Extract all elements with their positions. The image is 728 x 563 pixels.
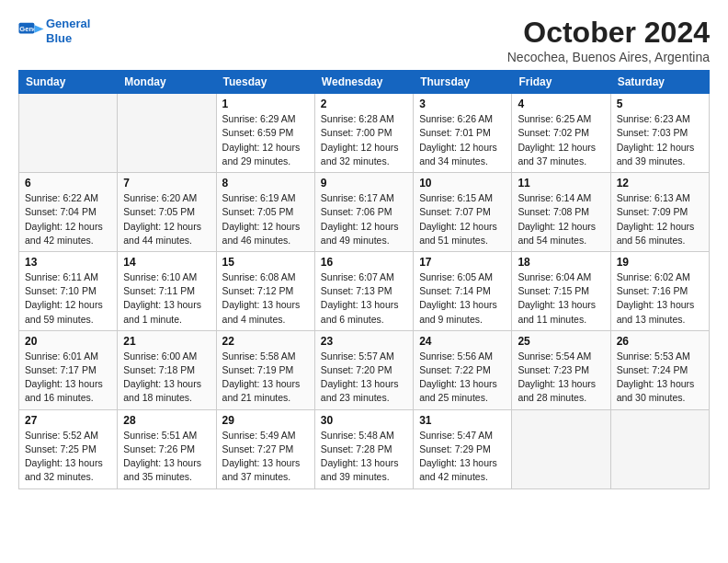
calendar-cell: 13Sunrise: 6:11 AMSunset: 7:10 PMDayligh…: [19, 251, 118, 330]
day-number: 26: [617, 335, 703, 348]
day-number: 3: [419, 98, 506, 110]
calendar-cell: 18Sunrise: 6:04 AMSunset: 7:15 PMDayligh…: [512, 251, 610, 330]
calendar-cell: 1Sunrise: 6:29 AMSunset: 6:59 PMDaylight…: [216, 94, 314, 173]
calendar-cell: 5Sunrise: 6:23 AMSunset: 7:03 PMDaylight…: [610, 94, 709, 173]
weekday-header: Thursday: [414, 71, 512, 94]
weekday-header: Wednesday: [314, 71, 413, 94]
day-number: 10: [419, 177, 506, 190]
day-number: 22: [222, 335, 309, 348]
day-info: Sunrise: 6:20 AMSunset: 7:05 PMDaylight:…: [123, 191, 210, 247]
day-info: Sunrise: 6:19 AMSunset: 7:05 PMDaylight:…: [222, 191, 309, 247]
calendar-cell: 12Sunrise: 6:13 AMSunset: 7:09 PMDayligh…: [610, 173, 709, 252]
calendar-cell: [19, 94, 118, 173]
day-info: Sunrise: 5:51 AMSunset: 7:26 PMDaylight:…: [123, 429, 210, 485]
month-title: October 2024: [507, 17, 710, 49]
calendar-cell: 27Sunrise: 5:52 AMSunset: 7:25 PMDayligh…: [19, 409, 118, 488]
day-info: Sunrise: 5:49 AMSunset: 7:27 PMDaylight:…: [222, 429, 309, 485]
calendar-cell: 6Sunrise: 6:22 AMSunset: 7:04 PMDaylight…: [19, 173, 118, 252]
day-number: 12: [617, 177, 703, 190]
day-info: Sunrise: 5:57 AMSunset: 7:20 PMDaylight:…: [321, 350, 407, 406]
calendar-cell: 31Sunrise: 5:47 AMSunset: 7:29 PMDayligh…: [414, 409, 512, 488]
day-info: Sunrise: 6:11 AMSunset: 7:10 PMDaylight:…: [25, 270, 111, 327]
calendar-cell: 16Sunrise: 6:07 AMSunset: 7:13 PMDayligh…: [314, 251, 413, 330]
day-info: Sunrise: 6:08 AMSunset: 7:12 PMDaylight:…: [222, 270, 309, 327]
day-info: Sunrise: 6:15 AMSunset: 7:07 PMDaylight:…: [419, 191, 506, 247]
calendar-cell: 3Sunrise: 6:26 AMSunset: 7:01 PMDaylight…: [414, 94, 512, 173]
calendar-cell: 23Sunrise: 5:57 AMSunset: 7:20 PMDayligh…: [314, 330, 413, 409]
day-info: Sunrise: 5:53 AMSunset: 7:24 PMDaylight:…: [617, 350, 703, 406]
day-number: 31: [419, 414, 506, 427]
day-info: Sunrise: 6:28 AMSunset: 7:00 PMDaylight:…: [321, 112, 407, 168]
day-number: 16: [321, 256, 407, 269]
day-number: 18: [518, 256, 604, 269]
day-number: 24: [419, 335, 506, 348]
logo-line2: Blue: [46, 31, 72, 45]
calendar-cell: 10Sunrise: 6:15 AMSunset: 7:07 PMDayligh…: [414, 173, 512, 252]
day-info: Sunrise: 5:56 AMSunset: 7:22 PMDaylight:…: [419, 350, 506, 406]
day-number: 27: [25, 414, 111, 427]
calendar-week-row: 20Sunrise: 6:01 AMSunset: 7:17 PMDayligh…: [19, 330, 710, 409]
day-number: 4: [518, 98, 604, 110]
logo-text: General Blue: [46, 17, 90, 45]
day-info: Sunrise: 6:13 AMSunset: 7:09 PMDaylight:…: [617, 191, 703, 247]
weekday-header: Tuesday: [216, 71, 314, 94]
header: General General Blue October 2024 Necoch…: [18, 17, 710, 64]
calendar-cell: 19Sunrise: 6:02 AMSunset: 7:16 PMDayligh…: [610, 251, 709, 330]
day-number: 14: [123, 256, 210, 269]
location: Necochea, Buenos Aires, Argentina: [507, 50, 710, 64]
day-info: Sunrise: 5:47 AMSunset: 7:29 PMDaylight:…: [419, 429, 506, 485]
calendar-cell: 2Sunrise: 6:28 AMSunset: 7:00 PMDaylight…: [314, 94, 413, 173]
day-info: Sunrise: 6:02 AMSunset: 7:16 PMDaylight:…: [617, 270, 703, 327]
weekday-header: Monday: [118, 71, 216, 94]
calendar-cell: 26Sunrise: 5:53 AMSunset: 7:24 PMDayligh…: [610, 330, 709, 409]
day-info: Sunrise: 6:22 AMSunset: 7:04 PMDaylight:…: [25, 191, 111, 247]
day-info: Sunrise: 6:01 AMSunset: 7:17 PMDaylight:…: [25, 350, 111, 406]
day-number: 17: [419, 256, 506, 269]
day-info: Sunrise: 6:14 AMSunset: 7:08 PMDaylight:…: [518, 191, 604, 247]
day-number: 30: [321, 414, 407, 427]
day-number: 8: [222, 177, 309, 190]
day-info: Sunrise: 6:05 AMSunset: 7:14 PMDaylight:…: [419, 270, 506, 327]
day-number: 6: [25, 177, 111, 190]
calendar-cell: 29Sunrise: 5:49 AMSunset: 7:27 PMDayligh…: [216, 409, 314, 488]
day-number: 25: [518, 335, 604, 348]
calendar-cell: 8Sunrise: 6:19 AMSunset: 7:05 PMDaylight…: [216, 173, 314, 252]
day-number: 15: [222, 256, 309, 269]
calendar-cell: 22Sunrise: 5:58 AMSunset: 7:19 PMDayligh…: [216, 330, 314, 409]
calendar-week-row: 27Sunrise: 5:52 AMSunset: 7:25 PMDayligh…: [19, 409, 710, 488]
calendar: SundayMondayTuesdayWednesdayThursdayFrid…: [18, 70, 710, 488]
day-info: Sunrise: 6:29 AMSunset: 6:59 PMDaylight:…: [222, 112, 309, 168]
calendar-cell: [118, 94, 216, 173]
calendar-cell: 28Sunrise: 5:51 AMSunset: 7:26 PMDayligh…: [118, 409, 216, 488]
calendar-cell: 30Sunrise: 5:48 AMSunset: 7:28 PMDayligh…: [314, 409, 413, 488]
calendar-cell: 7Sunrise: 6:20 AMSunset: 7:05 PMDaylight…: [118, 173, 216, 252]
day-number: 7: [123, 177, 210, 190]
calendar-cell: 15Sunrise: 6:08 AMSunset: 7:12 PMDayligh…: [216, 251, 314, 330]
logo: General General Blue: [18, 17, 90, 45]
calendar-week-row: 13Sunrise: 6:11 AMSunset: 7:10 PMDayligh…: [19, 251, 710, 330]
day-number: 13: [25, 256, 111, 269]
logo-icon: General: [18, 21, 44, 41]
title-block: October 2024 Necochea, Buenos Aires, Arg…: [507, 17, 710, 64]
day-number: 9: [321, 177, 407, 190]
day-number: 20: [25, 335, 111, 348]
day-info: Sunrise: 5:48 AMSunset: 7:28 PMDaylight:…: [321, 429, 407, 485]
day-number: 29: [222, 414, 309, 427]
day-info: Sunrise: 6:00 AMSunset: 7:18 PMDaylight:…: [123, 350, 210, 406]
weekday-header: Friday: [512, 71, 610, 94]
day-info: Sunrise: 6:23 AMSunset: 7:03 PMDaylight:…: [617, 112, 703, 168]
calendar-cell: 4Sunrise: 6:25 AMSunset: 7:02 PMDaylight…: [512, 94, 610, 173]
calendar-cell: 21Sunrise: 6:00 AMSunset: 7:18 PMDayligh…: [118, 330, 216, 409]
calendar-cell: 17Sunrise: 6:05 AMSunset: 7:14 PMDayligh…: [414, 251, 512, 330]
day-info: Sunrise: 6:07 AMSunset: 7:13 PMDaylight:…: [321, 270, 407, 327]
calendar-week-row: 6Sunrise: 6:22 AMSunset: 7:04 PMDaylight…: [19, 173, 710, 252]
day-number: 28: [123, 414, 210, 427]
day-info: Sunrise: 5:52 AMSunset: 7:25 PMDaylight:…: [25, 429, 111, 485]
day-info: Sunrise: 5:58 AMSunset: 7:19 PMDaylight:…: [222, 350, 309, 406]
calendar-cell: [610, 409, 709, 488]
day-number: 5: [617, 98, 703, 110]
logo-line1: General: [46, 17, 90, 30]
day-number: 2: [321, 98, 407, 110]
day-info: Sunrise: 6:10 AMSunset: 7:11 PMDaylight:…: [123, 270, 210, 327]
day-info: Sunrise: 5:54 AMSunset: 7:23 PMDaylight:…: [518, 350, 604, 406]
